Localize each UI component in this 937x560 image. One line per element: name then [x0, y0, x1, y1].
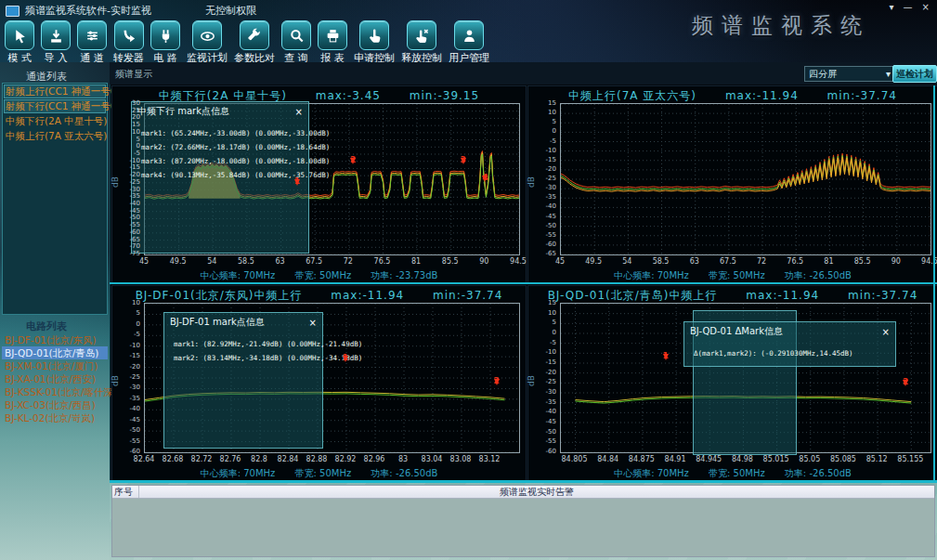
- report-button[interactable]: 报 表: [318, 20, 347, 65]
- user-manage-button[interactable]: 用户管理: [449, 20, 489, 65]
- view-label: 频谱显示: [115, 68, 152, 81]
- y-tick-label: -45: [528, 213, 556, 220]
- mark-info-row: mark2: (72.66MHz,-18.17dB) (0.00MHz,-18.…: [141, 140, 305, 154]
- y-tick-label: -15: [112, 352, 140, 359]
- circuit-list-item[interactable]: BJ-QD-01(北京/青岛): [2, 346, 108, 359]
- alarm-title-header: 频谱监视实时告警: [139, 486, 934, 498]
- wrench-icon: [240, 20, 269, 50]
- close-icon[interactable]: ×: [922, 2, 930, 12]
- printer-icon: [318, 20, 347, 50]
- mark-info-row: mark1: (82.92MHz,-21.49dB) (0.00MHz,-21.…: [174, 337, 319, 351]
- x-tick-label: 67.5: [710, 257, 746, 266]
- channel-list-item[interactable]: 中频下行(2A 中星十号): [4, 114, 106, 128]
- chart-title: 中频上行(7A 亚太六号): [568, 89, 696, 102]
- mark-info-row: Δ(mark1,mark2): (-0.291030MHz,14.45dB): [694, 346, 891, 360]
- mode-button[interactable]: 模 式: [5, 20, 34, 65]
- close-icon[interactable]: ×: [309, 318, 317, 328]
- circuit-list-item[interactable]: BJ-XM-01(北京/厦门): [2, 359, 108, 372]
- close-icon[interactable]: ×: [295, 107, 303, 117]
- x-tick-label: 85.12: [859, 455, 894, 463]
- y-tick-label: -30: [528, 184, 556, 191]
- transponder-button[interactable]: 转发器: [113, 20, 144, 65]
- plug-icon: [150, 20, 180, 50]
- spectrum-chart-panel-1: 中频下行(2A 中星十号) max:-3.45 min:-39.15 dB 中心…: [111, 85, 527, 284]
- close-icon[interactable]: ×: [882, 327, 890, 337]
- permission-status: 无控制权限: [205, 4, 256, 18]
- x-tick-label: 84.945: [691, 455, 726, 463]
- mark-info-header: 中频下行 mark点信息 ×: [132, 102, 308, 120]
- x-tick-label: 54: [194, 257, 229, 266]
- chart-min-value: min:-39.15: [410, 89, 479, 102]
- alarm-table: 序号 频谱监视实时告警: [111, 485, 935, 557]
- x-tick-label: 58.5: [644, 257, 679, 266]
- y-tick-label: -55: [112, 437, 140, 445]
- x-tick-label: 63: [677, 257, 712, 266]
- y-tick-label: -65: [528, 250, 556, 257]
- patrol-plan-button[interactable]: 巡检计划: [892, 65, 937, 83]
- y-tick-label: -10: [528, 348, 556, 356]
- window-title: 频谱监视系统软件-实时监视: [25, 4, 151, 18]
- channel-list-item[interactable]: 射频上行(CC1 神通一号02星): [4, 85, 106, 98]
- y-tick-label: -20: [112, 363, 140, 371]
- x-tick-label: 85.015: [759, 455, 794, 463]
- pin-icon[interactable]: ▾: [890, 2, 894, 12]
- release-control-button[interactable]: 释放控制: [401, 20, 442, 65]
- app-icon: [6, 6, 20, 17]
- minimize-icon[interactable]: —: [904, 2, 913, 12]
- y-tick-label: 15: [528, 99, 556, 107]
- y-tick-label: 15: [528, 299, 556, 306]
- screen-split-select[interactable]: 四分屏 ▾: [804, 66, 895, 82]
- bandwidth-value: 带宽: 50MHz: [709, 270, 765, 280]
- titlebar: 频谱监视系统软件-实时监视 无控制权限: [6, 4, 256, 18]
- hand-release-icon: [407, 20, 436, 50]
- x-tick-label: 90: [878, 257, 914, 266]
- y-tick-label: 10: [528, 309, 556, 317]
- y-tick-label: -40: [528, 202, 556, 210]
- y-tick-label: -55: [528, 231, 556, 239]
- y-tick-label: -20: [528, 165, 556, 173]
- x-tick-label: 85.5: [433, 257, 468, 266]
- mark-info-title: BJ-DF-01 mark点信息: [170, 316, 265, 329]
- mark-info-rows: mark1: (82.92MHz,-21.49dB) (0.00MHz,-21.…: [164, 331, 322, 365]
- forward-arrow-icon: [114, 20, 144, 50]
- circuit-list-item[interactable]: BJ-XC-03(北京/西昌): [2, 398, 108, 411]
- chart-status-line: 中心频率: 70MHz 带宽: 50MHz 功率: -23.73dB: [112, 269, 526, 282]
- channel-list-item[interactable]: 中频上行(7A 亚太六号): [4, 129, 106, 143]
- import-button[interactable]: 导 入: [41, 20, 71, 65]
- sliders-icon: [77, 20, 107, 50]
- monitor-plan-button[interactable]: 监视计划: [187, 20, 228, 65]
- x-tick-label: 76.5: [364, 257, 399, 266]
- y-tick-label: -35: [112, 395, 140, 402]
- y-tick-label: -45: [528, 418, 556, 425]
- mark-info-panel: BJ-DF-01 mark点信息 × mark1: (82.92MHz,-21.…: [163, 312, 323, 449]
- y-tick-label: -35: [528, 193, 556, 201]
- query-button[interactable]: 查 询: [281, 20, 311, 65]
- y-tick-label: 0: [528, 127, 556, 135]
- brand-title: 频谱监视系统: [692, 11, 870, 40]
- circuit-list-item[interactable]: BJ-KSSK-01(北京/喀什深空站): [2, 385, 108, 398]
- spectrum-plot-area[interactable]: [560, 103, 931, 255]
- x-tick-label: 83.12: [472, 455, 507, 463]
- request-control-button[interactable]: 申请控制: [354, 20, 395, 65]
- x-tick-label: 81: [811, 257, 846, 266]
- circuit-list-title: 电路列表: [26, 319, 67, 333]
- channel-list-item[interactable]: 射频下行(CC1 神通一号02星): [4, 99, 106, 113]
- bandwidth-value: 带宽: 50MHz: [295, 270, 352, 280]
- power-value: 功率: -26.50dB: [785, 468, 852, 478]
- spectrum-chart-panel-2: 中频上行(7A 亚太六号) max:-11.94 min:-37.74 dB 中…: [527, 85, 937, 284]
- channel-button[interactable]: 通 道: [77, 20, 107, 65]
- chart-status-line: 中心频率: 70MHz 带宽: 50MHz 功率: -26.50dB: [112, 467, 526, 480]
- power-value: 功率: -26.50dB: [785, 270, 852, 280]
- y-tick-label: -50: [112, 426, 140, 434]
- circuit-list-item[interactable]: BJ-KL-02(北京/岢岚): [2, 411, 108, 424]
- circuit-button[interactable]: 电 路: [150, 20, 180, 65]
- eye-icon: [192, 20, 222, 50]
- chart-min-value: min:-37.74: [433, 289, 502, 302]
- mark-info-header: BJ-DF-01 mark点信息 ×: [164, 313, 322, 331]
- circuit-list-item[interactable]: BJ-DF-01(北京/东风): [2, 333, 108, 346]
- x-tick-label: 84.91: [657, 455, 693, 463]
- param-compare-button[interactable]: 参数比对: [234, 20, 275, 65]
- circuit-list-item[interactable]: BJ-XA-01(北京/西安): [2, 372, 108, 385]
- channel-list: 射频上行(CC1 神通一号02星)射频下行(CC1 神通一号02星)中频下行(2…: [2, 83, 108, 315]
- y-tick-label: -50: [528, 222, 556, 229]
